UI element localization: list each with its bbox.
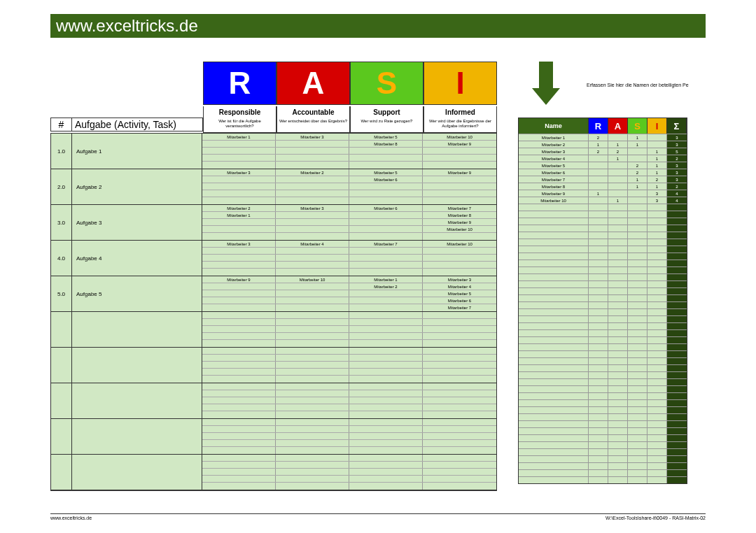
- task-name[interactable]: Aufgabe 5: [72, 276, 202, 311]
- summary-value-cell[interactable]: [628, 281, 648, 287]
- summary-value-cell[interactable]: [608, 372, 628, 378]
- table-cell[interactable]: [202, 462, 276, 468]
- table-cell[interactable]: [423, 148, 496, 154]
- table-cell[interactable]: [423, 326, 496, 332]
- table-cell[interactable]: [202, 426, 276, 432]
- table-cell[interactable]: [276, 462, 349, 468]
- table-cell[interactable]: [423, 455, 496, 461]
- task-id[interactable]: 3.0: [51, 205, 72, 240]
- summary-value-cell[interactable]: [608, 295, 628, 301]
- summary-value-cell[interactable]: 1: [608, 155, 628, 162]
- summary-value-cell[interactable]: 2: [628, 162, 648, 169]
- table-cell[interactable]: [423, 483, 496, 490]
- table-cell[interactable]: [276, 362, 349, 368]
- summary-name-cell[interactable]: [519, 351, 589, 357]
- table-cell[interactable]: Mitarbeiter 7: [349, 241, 423, 247]
- summary-value-cell[interactable]: [648, 302, 667, 308]
- summary-value-cell[interactable]: [648, 211, 667, 218]
- summary-value-cell[interactable]: [608, 456, 628, 462]
- table-cell[interactable]: [276, 404, 349, 411]
- table-cell[interactable]: [423, 433, 496, 439]
- summary-value-cell[interactable]: [589, 428, 608, 434]
- table-cell[interactable]: [423, 312, 496, 318]
- summary-value-cell[interactable]: [608, 400, 628, 406]
- summary-value-cell[interactable]: [628, 225, 648, 232]
- table-cell[interactable]: [276, 433, 349, 439]
- table-cell[interactable]: [349, 290, 423, 297]
- table-cell[interactable]: [423, 462, 496, 468]
- summary-value-cell[interactable]: [648, 330, 667, 336]
- summary-value-cell[interactable]: [648, 295, 667, 301]
- summary-value-cell[interactable]: [589, 274, 608, 280]
- table-cell[interactable]: [349, 376, 423, 383]
- table-cell[interactable]: Mitarbeiter 9: [423, 219, 496, 225]
- summary-value-cell[interactable]: [648, 267, 667, 273]
- summary-name-cell[interactable]: Mitarbeiter 10: [519, 197, 589, 204]
- table-cell[interactable]: [202, 469, 276, 475]
- table-cell[interactable]: [276, 190, 349, 197]
- summary-value-cell[interactable]: [648, 281, 667, 287]
- summary-value-cell[interactable]: [628, 456, 648, 462]
- summary-value-cell[interactable]: [628, 148, 648, 155]
- summary-value-cell[interactable]: [648, 456, 667, 462]
- task-id[interactable]: 5.0: [51, 276, 72, 311]
- summary-value-cell[interactable]: [589, 246, 608, 253]
- summary-value-cell[interactable]: [589, 183, 608, 190]
- summary-value-cell[interactable]: [628, 239, 648, 246]
- task-name[interactable]: [72, 455, 202, 490]
- summary-value-cell[interactable]: [589, 316, 608, 322]
- table-cell[interactable]: [349, 447, 423, 454]
- table-cell[interactable]: [349, 269, 423, 276]
- summary-value-cell[interactable]: 2: [608, 148, 628, 155]
- summary-value-cell[interactable]: [648, 407, 667, 413]
- summary-value-cell[interactable]: [628, 344, 648, 350]
- table-cell[interactable]: [276, 148, 349, 154]
- summary-value-cell[interactable]: [628, 302, 648, 308]
- table-cell[interactable]: [276, 255, 349, 261]
- table-cell[interactable]: [349, 419, 423, 425]
- summary-value-cell[interactable]: [589, 379, 608, 385]
- table-cell[interactable]: Mitarbeiter 9: [423, 141, 496, 147]
- summary-value-cell[interactable]: [648, 386, 667, 392]
- table-cell[interactable]: Mitarbeiter 1: [202, 134, 276, 140]
- summary-value-cell[interactable]: [648, 239, 667, 246]
- table-cell[interactable]: [349, 440, 423, 446]
- table-cell[interactable]: [349, 326, 423, 332]
- summary-value-cell[interactable]: [628, 155, 648, 162]
- table-cell[interactable]: [349, 197, 423, 204]
- table-cell[interactable]: [349, 297, 423, 304]
- summary-name-cell[interactable]: [519, 309, 589, 315]
- summary-value-cell[interactable]: [628, 477, 648, 483]
- summary-name-cell[interactable]: Mitarbeiter 8: [519, 183, 589, 190]
- summary-value-cell[interactable]: [589, 400, 608, 406]
- table-cell[interactable]: [349, 426, 423, 432]
- task-name[interactable]: Aufgabe 4: [72, 241, 202, 276]
- summary-value-cell[interactable]: [608, 407, 628, 413]
- summary-value-cell[interactable]: [648, 463, 667, 469]
- table-cell[interactable]: [276, 290, 349, 297]
- summary-name-cell[interactable]: Mitarbeiter 4: [519, 155, 589, 162]
- task-id[interactable]: 1.0: [51, 134, 72, 169]
- summary-value-cell[interactable]: [589, 253, 608, 260]
- summary-value-cell[interactable]: [589, 309, 608, 315]
- table-cell[interactable]: [423, 376, 496, 383]
- table-cell[interactable]: [276, 333, 349, 339]
- summary-value-cell[interactable]: [608, 246, 628, 253]
- summary-value-cell[interactable]: [608, 421, 628, 427]
- table-cell[interactable]: [276, 440, 349, 446]
- summary-value-cell[interactable]: [608, 379, 628, 385]
- summary-value-cell[interactable]: [608, 218, 628, 225]
- summary-value-cell[interactable]: [608, 386, 628, 392]
- table-cell[interactable]: [202, 233, 276, 240]
- summary-name-cell[interactable]: [519, 211, 589, 218]
- table-cell[interactable]: [276, 312, 349, 318]
- table-cell[interactable]: [202, 248, 276, 254]
- table-cell[interactable]: [349, 226, 423, 232]
- summary-name-cell[interactable]: [519, 288, 589, 294]
- summary-value-cell[interactable]: 1: [589, 190, 608, 197]
- summary-name-cell[interactable]: Mitarbeiter 6: [519, 169, 589, 176]
- summary-value-cell[interactable]: [608, 302, 628, 308]
- table-cell[interactable]: [202, 390, 276, 397]
- summary-value-cell[interactable]: [628, 435, 648, 441]
- table-cell[interactable]: [202, 447, 276, 454]
